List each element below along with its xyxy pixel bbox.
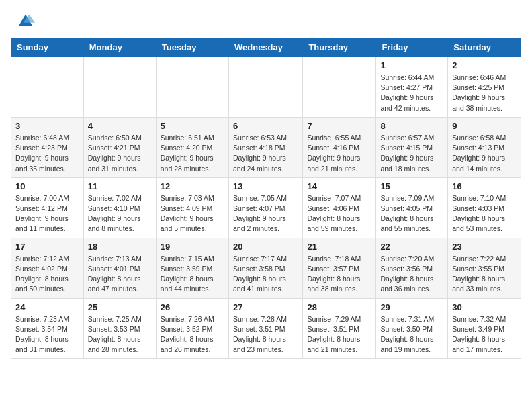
day-info: Sunrise: 6:51 AM Sunset: 4:20 PM Dayligh… — [161, 133, 224, 174]
day-number: 12 — [161, 181, 224, 191]
calendar-cell — [228, 57, 302, 118]
day-info: Sunrise: 7:22 AM Sunset: 3:55 PM Dayligh… — [452, 254, 517, 295]
day-number: 23 — [452, 242, 517, 252]
calendar-header: SundayMondayTuesdayWednesdayThursdayFrid… — [11, 38, 521, 57]
day-number: 25 — [88, 302, 152, 312]
day-number: 14 — [307, 181, 371, 191]
day-info: Sunrise: 6:48 AM Sunset: 4:23 PM Dayligh… — [15, 133, 79, 174]
day-info: Sunrise: 7:10 AM Sunset: 4:03 PM Dayligh… — [452, 193, 517, 234]
calendar-cell: 28Sunrise: 7:29 AM Sunset: 3:51 PM Dayli… — [303, 298, 376, 359]
day-number: 15 — [380, 181, 443, 191]
weekday-header-friday: Friday — [376, 38, 448, 57]
calendar-cell — [83, 57, 156, 118]
day-number: 8 — [380, 121, 443, 131]
day-info: Sunrise: 6:58 AM Sunset: 4:13 PM Dayligh… — [452, 133, 517, 174]
day-number: 29 — [380, 302, 443, 312]
day-info: Sunrise: 7:13 AM Sunset: 4:01 PM Dayligh… — [88, 254, 152, 295]
calendar-cell: 13Sunrise: 7:05 AM Sunset: 4:07 PM Dayli… — [228, 177, 302, 238]
calendar-wrapper: SundayMondayTuesdayWednesdayThursdayFrid… — [0, 38, 532, 364]
calendar-cell: 3Sunrise: 6:48 AM Sunset: 4:23 PM Daylig… — [11, 117, 84, 177]
day-info: Sunrise: 7:07 AM Sunset: 4:06 PM Dayligh… — [307, 193, 371, 234]
day-number: 19 — [161, 242, 224, 252]
day-number: 10 — [15, 181, 79, 191]
weekday-header-wednesday: Wednesday — [228, 38, 302, 57]
calendar-cell: 22Sunrise: 7:20 AM Sunset: 3:56 PM Dayli… — [376, 238, 448, 298]
day-info: Sunrise: 7:15 AM Sunset: 3:59 PM Dayligh… — [161, 254, 224, 295]
day-number: 26 — [161, 302, 224, 312]
day-info: Sunrise: 6:55 AM Sunset: 4:16 PM Dayligh… — [307, 133, 371, 174]
day-info: Sunrise: 7:32 AM Sunset: 3:49 PM Dayligh… — [452, 314, 517, 355]
week-row-5: 24Sunrise: 7:23 AM Sunset: 3:54 PM Dayli… — [11, 298, 521, 359]
calendar-cell: 2Sunrise: 6:46 AM Sunset: 4:25 PM Daylig… — [448, 57, 521, 118]
day-info: Sunrise: 7:20 AM Sunset: 3:56 PM Dayligh… — [380, 254, 443, 295]
day-number: 3 — [15, 121, 79, 131]
day-info: Sunrise: 7:18 AM Sunset: 3:57 PM Dayligh… — [307, 254, 371, 295]
day-info: Sunrise: 7:00 AM Sunset: 4:12 PM Dayligh… — [15, 193, 79, 234]
calendar-cell — [11, 57, 84, 118]
day-info: Sunrise: 7:23 AM Sunset: 3:54 PM Dayligh… — [15, 314, 79, 355]
weekday-header-thursday: Thursday — [303, 38, 376, 57]
calendar-cell: 12Sunrise: 7:03 AM Sunset: 4:09 PM Dayli… — [156, 177, 228, 238]
weekday-header-saturday: Saturday — [448, 38, 521, 57]
day-number: 1 — [380, 60, 443, 71]
day-info: Sunrise: 7:05 AM Sunset: 4:07 PM Dayligh… — [233, 193, 298, 234]
day-number: 11 — [88, 181, 152, 191]
day-number: 18 — [88, 242, 152, 252]
calendar-cell: 8Sunrise: 6:57 AM Sunset: 4:15 PM Daylig… — [376, 117, 448, 177]
calendar-cell: 15Sunrise: 7:09 AM Sunset: 4:05 PM Dayli… — [376, 177, 448, 238]
week-row-4: 17Sunrise: 7:12 AM Sunset: 4:02 PM Dayli… — [11, 238, 521, 298]
page-header — [0, 0, 532, 38]
weekday-header-monday: Monday — [83, 38, 156, 57]
day-info: Sunrise: 6:53 AM Sunset: 4:18 PM Dayligh… — [233, 133, 298, 174]
day-info: Sunrise: 6:46 AM Sunset: 4:25 PM Dayligh… — [452, 73, 517, 113]
calendar-cell: 29Sunrise: 7:31 AM Sunset: 3:50 PM Dayli… — [376, 298, 448, 359]
day-number: 4 — [88, 121, 152, 131]
week-row-3: 10Sunrise: 7:00 AM Sunset: 4:12 PM Dayli… — [11, 177, 521, 238]
day-number: 21 — [307, 242, 371, 252]
calendar-cell: 9Sunrise: 6:58 AM Sunset: 4:13 PM Daylig… — [448, 117, 521, 177]
day-number: 5 — [161, 121, 224, 131]
calendar-cell: 4Sunrise: 6:50 AM Sunset: 4:21 PM Daylig… — [83, 117, 156, 177]
logo-icon — [16, 12, 35, 31]
calendar-cell: 25Sunrise: 7:25 AM Sunset: 3:53 PM Dayli… — [83, 298, 156, 359]
day-info: Sunrise: 7:26 AM Sunset: 3:52 PM Dayligh… — [161, 314, 224, 355]
day-number: 22 — [380, 242, 443, 252]
logo — [16, 12, 38, 31]
day-number: 20 — [233, 242, 298, 252]
day-info: Sunrise: 7:29 AM Sunset: 3:51 PM Dayligh… — [307, 314, 371, 355]
day-info: Sunrise: 7:25 AM Sunset: 3:53 PM Dayligh… — [88, 314, 152, 355]
calendar-cell: 23Sunrise: 7:22 AM Sunset: 3:55 PM Dayli… — [448, 238, 521, 298]
calendar-cell — [156, 57, 228, 118]
day-info: Sunrise: 7:02 AM Sunset: 4:10 PM Dayligh… — [88, 193, 152, 234]
calendar-cell: 11Sunrise: 7:02 AM Sunset: 4:10 PM Dayli… — [83, 177, 156, 238]
calendar-cell: 6Sunrise: 6:53 AM Sunset: 4:18 PM Daylig… — [228, 117, 302, 177]
day-number: 27 — [233, 302, 298, 312]
calendar-cell: 10Sunrise: 7:00 AM Sunset: 4:12 PM Dayli… — [11, 177, 84, 238]
weekday-header-tuesday: Tuesday — [156, 38, 228, 57]
day-info: Sunrise: 7:31 AM Sunset: 3:50 PM Dayligh… — [380, 314, 443, 355]
week-row-2: 3Sunrise: 6:48 AM Sunset: 4:23 PM Daylig… — [11, 117, 521, 177]
day-info: Sunrise: 7:17 AM Sunset: 3:58 PM Dayligh… — [233, 254, 298, 295]
day-number: 16 — [452, 181, 517, 191]
calendar-cell: 19Sunrise: 7:15 AM Sunset: 3:59 PM Dayli… — [156, 238, 228, 298]
calendar-table: SundayMondayTuesdayWednesdayThursdayFrid… — [11, 38, 521, 359]
day-info: Sunrise: 7:03 AM Sunset: 4:09 PM Dayligh… — [161, 193, 224, 234]
calendar-cell: 17Sunrise: 7:12 AM Sunset: 4:02 PM Dayli… — [11, 238, 84, 298]
calendar-cell: 5Sunrise: 6:51 AM Sunset: 4:20 PM Daylig… — [156, 117, 228, 177]
day-number: 17 — [15, 242, 79, 252]
calendar-cell: 27Sunrise: 7:28 AM Sunset: 3:51 PM Dayli… — [228, 298, 302, 359]
weekday-header-row: SundayMondayTuesdayWednesdayThursdayFrid… — [11, 38, 521, 57]
calendar-cell: 30Sunrise: 7:32 AM Sunset: 3:49 PM Dayli… — [448, 298, 521, 359]
calendar-cell: 7Sunrise: 6:55 AM Sunset: 4:16 PM Daylig… — [303, 117, 376, 177]
day-number: 9 — [452, 121, 517, 131]
day-info: Sunrise: 6:57 AM Sunset: 4:15 PM Dayligh… — [380, 133, 443, 174]
day-info: Sunrise: 6:50 AM Sunset: 4:21 PM Dayligh… — [88, 133, 152, 174]
day-number: 2 — [452, 60, 517, 71]
day-number: 24 — [15, 302, 79, 312]
day-info: Sunrise: 7:12 AM Sunset: 4:02 PM Dayligh… — [15, 254, 79, 295]
calendar-cell: 18Sunrise: 7:13 AM Sunset: 4:01 PM Dayli… — [83, 238, 156, 298]
day-number: 28 — [307, 302, 371, 312]
day-info: Sunrise: 7:28 AM Sunset: 3:51 PM Dayligh… — [233, 314, 298, 355]
calendar-cell: 24Sunrise: 7:23 AM Sunset: 3:54 PM Dayli… — [11, 298, 84, 359]
day-number: 13 — [233, 181, 298, 191]
